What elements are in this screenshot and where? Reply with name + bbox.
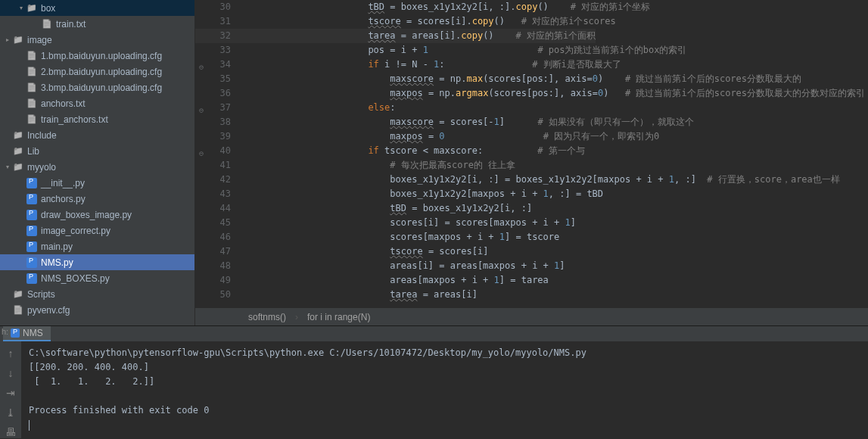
code-line[interactable]: 30 tBD = boxes_x1y1x2y2[i, :].copy() # 对… [195, 0, 868, 14]
line-number[interactable]: 33 [195, 43, 237, 58]
code-line[interactable]: 33 pos = i + 1 # pos为跳过当前第i个的box的索引 [195, 43, 868, 58]
code-text[interactable]: boxes_x1y1x2y2[maxpos + i + 1, :] = tBD [237, 187, 603, 201]
console-tabs[interactable]: NMS [0, 326, 868, 341]
breadcrumb-fn[interactable]: softnms() [248, 312, 286, 322]
line-number[interactable]: 50 [195, 288, 237, 302]
line-number[interactable]: 32 [195, 29, 237, 43]
down-icon[interactable]: ↓ [5, 367, 17, 379]
tree-item-draw-boxes-image-py[interactable]: draw_boxes_image.py [0, 207, 194, 223]
code-text[interactable]: maxscore = scores[-1] # 如果没有（即只有一个），就取这个 [237, 115, 694, 129]
line-number[interactable]: 47 [195, 244, 237, 259]
console-tab-nms[interactable]: NMS [3, 326, 51, 341]
line-number[interactable]: 42 [195, 173, 237, 187]
code-text[interactable]: maxpos = np.argmax(scores[pos:], axis=0)… [237, 86, 865, 101]
code-line[interactable]: 46 scores[maxpos + i + 1] = tscore [195, 230, 868, 244]
line-number[interactable]: 48 [195, 259, 237, 273]
print-icon[interactable]: 🖶 [5, 426, 17, 438]
tree-item-1-bmp-baiduyun-uploading-cfg[interactable]: 1.bmp.baiduyun.uploading.cfg [0, 48, 194, 64]
code-text[interactable]: if i != N - 1: # 判断i是否取最大了 [237, 58, 621, 72]
tree-item-anchors-txt[interactable]: anchors.txt [0, 95, 194, 111]
code-editor[interactable]: 30 tBD = boxes_x1y1x2y2[i, :].copy() # 对… [195, 0, 868, 325]
code-line[interactable]: 37 else: [195, 101, 868, 115]
code-line[interactable]: 36 maxpos = np.argmax(scores[pos:], axis… [195, 86, 868, 101]
tree-item-2-bmp-baiduyun-uploading-cfg[interactable]: 2.bmp.baiduyun.uploading.cfg [0, 64, 194, 79]
code-text[interactable]: tBD = boxes_x1y1x2y2[i, :].copy() # 对应的第… [237, 0, 650, 14]
wrap-icon[interactable]: ⇥ [5, 387, 17, 399]
line-number[interactable]: 45 [195, 216, 237, 230]
project-tree[interactable]: ▾boxtrain.txt▸image1.bmp.baiduyun.upload… [0, 0, 195, 325]
tree-item-main-py[interactable]: main.py [0, 238, 194, 254]
code-line[interactable]: 34 if i != N - 1: # 判断i是否取最大了 [195, 58, 868, 72]
code-line[interactable]: 38 maxscore = scores[-1] # 如果没有（即只有一个），就… [195, 115, 868, 129]
tree-arrow-icon[interactable]: ▾ [3, 163, 12, 170]
tree-item-myyolo[interactable]: ▾myyolo [0, 159, 194, 175]
code-text[interactable]: scores[i] = scores[maxpos + i + 1] [237, 216, 576, 230]
code-text[interactable]: boxes_x1y1x2y2[i, :] = boxes_x1y1x2y2[ma… [237, 173, 840, 187]
code-text[interactable]: tBD = boxes_x1y1x2y2[i, :] [237, 201, 532, 216]
scroll-end-icon[interactable]: ⤓ [5, 406, 17, 419]
tree-item-lib[interactable]: Lib [0, 143, 194, 159]
line-number[interactable]: 39 [195, 129, 237, 144]
code-text[interactable]: areas[i] = areas[maxpos + i + 1] [237, 259, 565, 273]
tree-arrow-icon[interactable]: ▸ [3, 36, 12, 43]
breadcrumb[interactable]: softnms() › for i in range(N) [195, 307, 868, 325]
tree-item-pyvenv-cfg[interactable]: pyvenv.cfg [0, 302, 194, 318]
code-line[interactable]: 47 tscore = scores[i] [195, 244, 868, 259]
code-line[interactable]: 43 boxes_x1y1x2y2[maxpos + i + 1, :] = t… [195, 187, 868, 201]
code-line[interactable]: 48 areas[i] = areas[maxpos + i + 1] [195, 259, 868, 273]
line-number[interactable]: 46 [195, 230, 237, 244]
line-number[interactable]: 49 [195, 273, 237, 288]
tree-item-train-anchors-txt[interactable]: train_anchors.txt [0, 111, 194, 127]
tree-item--init-py[interactable]: __init__.py [0, 175, 194, 191]
code-text[interactable]: areas[maxpos + i + 1] = tarea [237, 273, 549, 288]
tree-item-include[interactable]: Include [0, 127, 194, 143]
line-number[interactable]: 31 [195, 14, 237, 29]
code-text[interactable]: pos = i + 1 # pos为跳过当前第i个的box的索引 [237, 43, 686, 58]
fold-icon[interactable] [196, 60, 204, 70]
code-line[interactable]: 32 tarea = areas[i].copy() # 对应的第i个面积 [195, 29, 868, 43]
code-line[interactable]: 41 # 每次把最高score的 往上拿 [195, 158, 868, 173]
tree-item-train-txt[interactable]: train.txt [0, 16, 194, 32]
code-line[interactable]: 49 areas[maxpos + i + 1] = tarea [195, 273, 868, 288]
code-text[interactable]: tscore = scores[i].copy() # 对应的第i个scores [237, 14, 616, 29]
code-line[interactable]: 39 maxpos = 0 # 因为只有一个，即索引为0 [195, 129, 868, 144]
fold-icon[interactable] [196, 103, 204, 114]
code-text[interactable]: maxscore = np.max(scores[pos:], axis=0) … [237, 72, 801, 86]
tree-item-image-correct-py[interactable]: image_correct.py [0, 223, 194, 238]
code-text[interactable]: else: [237, 101, 396, 115]
code-line[interactable]: 44 tBD = boxes_x1y1x2y2[i, :] [195, 201, 868, 216]
code-text[interactable]: tarea = areas[i] [237, 288, 478, 302]
code-line[interactable]: 50 tarea = areas[i] [195, 288, 868, 302]
tree-item-box[interactable]: ▾box [0, 0, 194, 16]
code-line[interactable]: 31 tscore = scores[i].copy() # 对应的第i个sco… [195, 14, 868, 29]
line-number[interactable]: 41 [195, 158, 237, 173]
tree-item-scripts[interactable]: Scripts [0, 286, 194, 302]
line-number[interactable]: 38 [195, 115, 237, 129]
tree-item-anchors-py[interactable]: anchors.py [0, 191, 194, 207]
line-number[interactable]: 35 [195, 72, 237, 86]
line-number[interactable]: 30 [195, 0, 237, 14]
tree-item-image[interactable]: ▸image [0, 32, 194, 48]
code-text[interactable]: scores[maxpos + i + 1] = tscore [237, 230, 559, 244]
line-number[interactable]: 44 [195, 201, 237, 216]
breadcrumb-loop[interactable]: for i in range(N) [307, 312, 370, 322]
fold-icon[interactable] [196, 146, 204, 157]
line-number[interactable]: 34 [195, 58, 237, 72]
code-line[interactable]: 35 maxscore = np.max(scores[pos:], axis=… [195, 72, 868, 86]
console-output[interactable]: C:\software\python\pytensorflow-gpu\Scri… [21, 341, 868, 438]
up-icon[interactable]: ↑ [5, 347, 17, 360]
code-text[interactable]: if tscore < maxscore: # 第一个与 [237, 144, 585, 158]
code-text[interactable]: maxpos = 0 # 因为只有一个，即索引为0 [237, 129, 659, 144]
tree-item-nms-py[interactable]: NMS.py [0, 254, 194, 270]
tree-item-3-bmp-baiduyun-uploading-cfg[interactable]: 3.bmp.baiduyun.uploading.cfg [0, 79, 194, 95]
code-text[interactable]: tscore = scores[i] [237, 244, 488, 259]
code-line[interactable]: 45 scores[i] = scores[maxpos + i + 1] [195, 216, 868, 230]
tree-item-nms-boxes-py[interactable]: NMS_BOXES.py [0, 270, 194, 286]
code-text[interactable]: # 每次把最高score的 往上拿 [237, 158, 515, 173]
line-number[interactable]: 37 [195, 101, 237, 115]
tree-arrow-icon[interactable]: ▾ [17, 5, 26, 11]
line-number[interactable]: 43 [195, 187, 237, 201]
code-line[interactable]: 40 if tscore < maxscore: # 第一个与 [195, 144, 868, 158]
line-number[interactable]: 40 [195, 144, 237, 158]
code-line[interactable]: 42 boxes_x1y1x2y2[i, :] = boxes_x1y1x2y2… [195, 173, 868, 187]
